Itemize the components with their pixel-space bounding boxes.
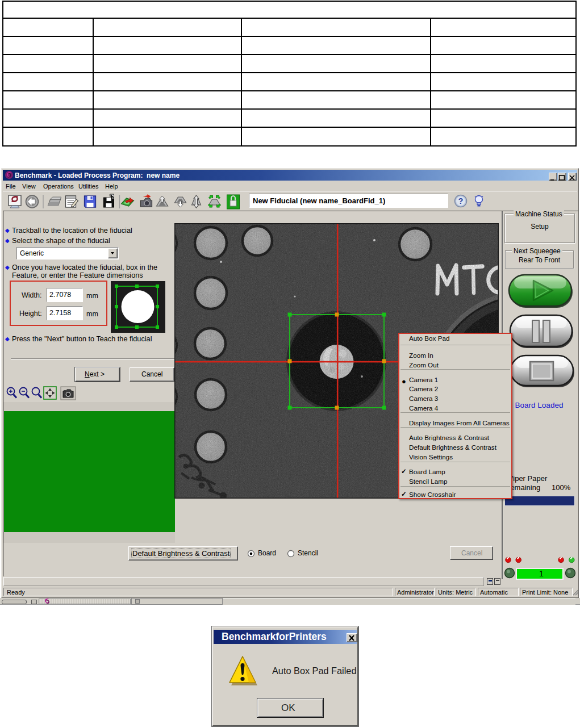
svg-text:?: ? — [458, 196, 464, 206]
